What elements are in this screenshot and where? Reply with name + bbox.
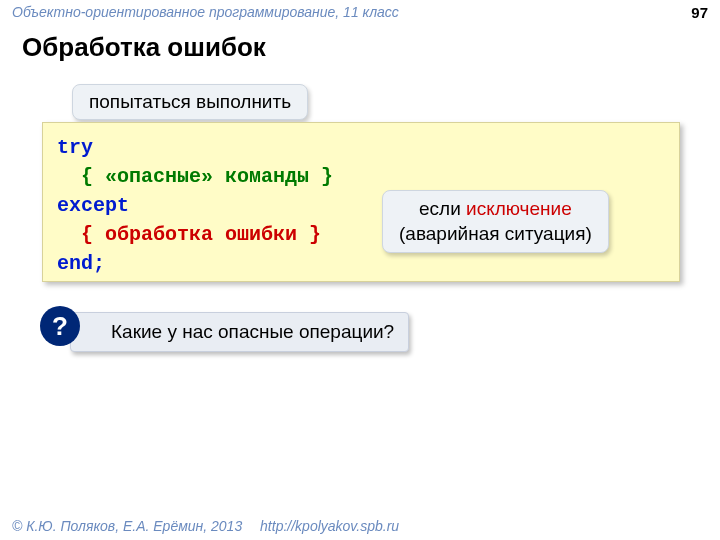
footer: © К.Ю. Поляков, Е.А. Ерёмин, 2013 http:/… — [12, 518, 399, 534]
callout-exception-em: исключение — [466, 198, 572, 219]
footer-url: http://kpolyakov.spb.ru — [260, 518, 399, 534]
kw-end: end; — [57, 252, 105, 275]
kw-except: except — [57, 194, 129, 217]
subject-text: Объектно-ориентированное программировани… — [12, 4, 399, 21]
code-commands: { «опасные» команды } — [81, 165, 333, 188]
code-error: { обработка ошибки } — [81, 223, 321, 246]
page-number: 97 — [691, 4, 708, 21]
page-title: Обработка ошибок — [0, 24, 720, 67]
footer-authors: © К.Ю. Поляков, Е.А. Ерёмин, 2013 — [12, 518, 242, 534]
question-box: Какие у нас опасные операции? — [70, 312, 409, 352]
question-icon: ? — [40, 306, 80, 346]
callout-exception: если исключение (аварийная ситуация) — [382, 190, 609, 253]
kw-try: try — [57, 136, 93, 159]
callout-exception-line2: (аварийная ситуация) — [399, 223, 592, 244]
header-bar: Объектно-ориентированное программировани… — [0, 0, 720, 24]
callout-exception-line1a: если — [419, 198, 466, 219]
callout-try: попытаться выполнить — [72, 84, 308, 120]
